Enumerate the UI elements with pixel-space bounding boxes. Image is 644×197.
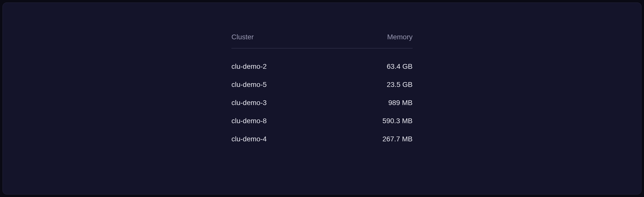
column-header-memory: Memory <box>387 33 413 41</box>
main-panel: Cluster Memory clu-demo-2 63.4 GB clu-de… <box>3 3 641 194</box>
table-row: clu-demo-3 989 MB <box>231 94 413 112</box>
table-row: clu-demo-2 63.4 GB <box>231 57 413 76</box>
cluster-memory-table: Cluster Memory clu-demo-2 63.4 GB clu-de… <box>231 33 413 148</box>
cluster-name: clu-demo-3 <box>231 99 267 107</box>
memory-value: 63.4 GB <box>387 62 413 71</box>
memory-value: 267.7 MB <box>382 135 413 143</box>
table-row: clu-demo-4 267.7 MB <box>231 130 413 148</box>
cluster-name: clu-demo-5 <box>231 81 267 89</box>
memory-value: 989 MB <box>388 99 413 107</box>
memory-value: 23.5 GB <box>387 81 413 89</box>
table-body: clu-demo-2 63.4 GB clu-demo-5 23.5 GB cl… <box>231 48 413 148</box>
memory-value: 590.3 MB <box>382 117 413 125</box>
cluster-name: clu-demo-4 <box>231 135 267 143</box>
column-header-cluster: Cluster <box>231 33 254 41</box>
table-row: clu-demo-5 23.5 GB <box>231 76 413 94</box>
cluster-name: clu-demo-2 <box>231 62 267 71</box>
table-row: clu-demo-8 590.3 MB <box>231 112 413 130</box>
table-header-row: Cluster Memory <box>231 33 413 48</box>
cluster-name: clu-demo-8 <box>231 117 267 125</box>
